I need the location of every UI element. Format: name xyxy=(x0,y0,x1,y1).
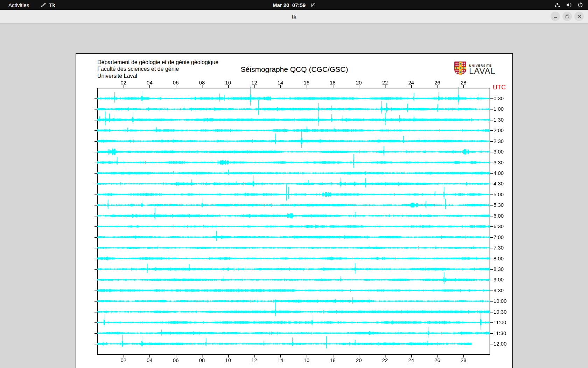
utc-time-label: 11:30 xyxy=(493,330,506,336)
utc-time-label: 2:30 xyxy=(493,138,504,144)
utc-time-label: 8:30 xyxy=(493,266,504,272)
x-tick-label: 24 xyxy=(405,80,418,86)
maximize-button[interactable] xyxy=(562,12,572,21)
utc-time-label: 9:00 xyxy=(493,277,504,282)
x-tick-label: 24 xyxy=(405,357,418,363)
window-titlebar[interactable]: tk xyxy=(0,10,588,23)
x-tick-label: 14 xyxy=(274,80,287,86)
x-tick-label: 20 xyxy=(352,357,365,363)
utc-time-label: 5:30 xyxy=(493,202,504,208)
utc-time-label: 0:30 xyxy=(493,95,504,101)
chart-title: Séismographe QCQ (CGC/GSC) xyxy=(217,65,371,74)
utc-time-label: 6:30 xyxy=(493,223,504,229)
activities-button[interactable]: Activities xyxy=(8,2,29,8)
utc-time-label: 9:30 xyxy=(493,287,504,293)
x-tick-label: 28 xyxy=(457,80,470,86)
institution-address: Département de géologie et de génie géol… xyxy=(97,59,218,79)
utc-time-label: 3:00 xyxy=(493,149,504,155)
app-indicator-label: Tk xyxy=(49,2,55,8)
x-tick-label: 10 xyxy=(222,80,234,86)
utc-time-label: 10:00 xyxy=(493,298,507,304)
utc-time-label: 10:30 xyxy=(493,309,507,315)
x-tick-label: 12 xyxy=(248,357,260,363)
x-tick-label: 18 xyxy=(327,357,339,363)
x-tick-label: 22 xyxy=(379,80,391,86)
helicorder-plot xyxy=(91,82,497,360)
universite-laval-logo: UNIVERSITÉ LAVAL xyxy=(454,61,496,77)
x-tick-label: 26 xyxy=(431,80,444,86)
logo-text-laval: LAVAL xyxy=(469,67,496,75)
utc-time-label: 6:00 xyxy=(493,213,504,219)
x-tick-label: 06 xyxy=(169,80,182,86)
utc-time-label: 7:00 xyxy=(493,234,504,240)
utc-time-label: 5:00 xyxy=(493,191,504,197)
clock-label: Mar 20 07:59 xyxy=(273,2,306,8)
utc-axis-title: UTC xyxy=(493,84,506,91)
x-tick-label: 02 xyxy=(117,357,130,363)
x-tick-label: 06 xyxy=(169,357,182,363)
x-tick-label: 08 xyxy=(196,357,208,363)
volume-icon[interactable] xyxy=(566,2,572,8)
x-tick-label: 26 xyxy=(431,357,444,363)
address-line: Université Laval xyxy=(97,73,218,79)
utc-time-label: 1:00 xyxy=(493,106,504,112)
x-tick-label: 08 xyxy=(196,80,208,86)
x-tick-label: 04 xyxy=(143,357,156,363)
clock-button[interactable]: Mar 20 07:59 xyxy=(273,2,315,8)
x-tick-label: 20 xyxy=(352,80,365,86)
utc-time-label: 2:00 xyxy=(493,127,504,133)
utc-time-label: 12:00 xyxy=(493,341,507,347)
utc-time-label: 8:00 xyxy=(493,255,504,261)
address-line: Département de géologie et de génie géol… xyxy=(97,59,218,66)
close-button[interactable] xyxy=(574,12,584,21)
utc-time-label: 7:30 xyxy=(493,245,504,251)
minimize-button[interactable] xyxy=(551,12,560,21)
x-tick-label: 04 xyxy=(143,80,156,86)
app-indicator[interactable]: Tk xyxy=(41,2,55,8)
power-icon[interactable] xyxy=(578,2,583,8)
tk-app-icon xyxy=(41,2,46,8)
utc-time-label: 1:30 xyxy=(493,117,504,123)
x-tick-label: 02 xyxy=(117,80,130,86)
x-tick-label: 10 xyxy=(222,357,234,363)
x-tick-label: 16 xyxy=(300,357,313,363)
address-line: Faculté des sciences et de génie xyxy=(97,66,218,72)
utc-time-label: 4:00 xyxy=(493,170,504,176)
utc-time-label: 11:00 xyxy=(493,319,506,325)
laval-shield-icon xyxy=(454,61,467,77)
x-tick-label: 22 xyxy=(379,357,391,363)
x-tick-label: 16 xyxy=(300,80,313,86)
x-tick-label: 12 xyxy=(248,80,260,86)
network-icon[interactable] xyxy=(554,2,560,8)
tk-window-background: Département de géologie et de génie géol… xyxy=(0,23,588,368)
notifications-disabled-icon xyxy=(310,2,315,7)
utc-time-label: 3:30 xyxy=(493,159,504,165)
gnome-top-bar: Activities Tk Mar 20 07:59 xyxy=(0,0,588,10)
window-title: tk xyxy=(292,14,296,20)
seismograph-panel: Département de géologie et de génie géol… xyxy=(76,53,513,368)
x-tick-label: 28 xyxy=(457,357,470,363)
x-tick-label: 14 xyxy=(274,357,287,363)
utc-time-label: 4:30 xyxy=(493,180,504,186)
x-tick-label: 18 xyxy=(327,80,339,86)
